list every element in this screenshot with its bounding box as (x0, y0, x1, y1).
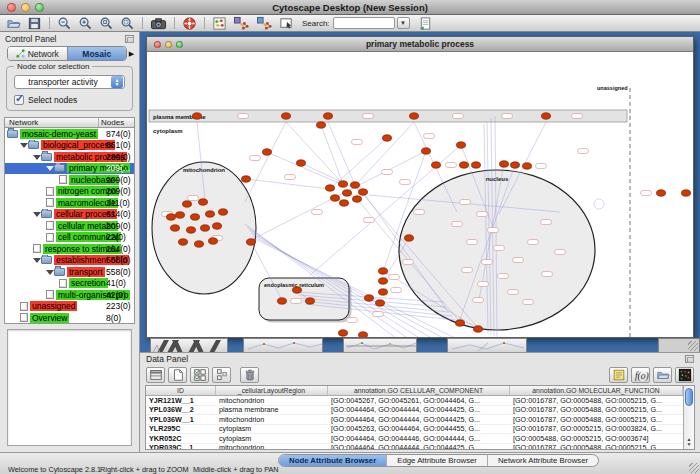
network-tree-item[interactable]: nitrogen compo209(0) (5, 186, 134, 198)
network-node[interactable] (500, 161, 509, 167)
network-node[interactable] (523, 163, 532, 169)
network-node[interactable] (359, 189, 368, 195)
background-window-fragment[interactable] (150, 338, 228, 352)
network-tree-item[interactable]: establishment of lo558(0) (5, 255, 134, 267)
tab-node-attribute-browser[interactable]: Node Attribute Browser (279, 455, 387, 466)
search-input[interactable] (333, 17, 395, 29)
network-node[interactable] (193, 113, 202, 119)
table-column-header[interactable]: annotation.GO CELLULAR_COMPONENT (328, 386, 510, 395)
table-row[interactable]: YPL036W__1mitochondrion[GO:0044464, GO:0… (146, 415, 683, 425)
formula-builder-button[interactable]: f(o) (631, 367, 650, 383)
network-node[interactable] (456, 320, 465, 326)
background-window-fragment[interactable] (343, 338, 417, 352)
network-node[interactable] (199, 199, 208, 205)
network-node[interactable] (542, 113, 551, 119)
network-node[interactable] (460, 162, 469, 168)
network-node[interactable] (474, 326, 483, 332)
matrix-view-button[interactable] (675, 367, 694, 383)
window-resize-grip-icon[interactable] (689, 463, 699, 473)
zoom-in-button[interactable] (75, 15, 96, 31)
expand-collapse-icon[interactable] (20, 141, 28, 149)
network-overview-button[interactable] (209, 15, 230, 31)
network-node[interactable] (472, 162, 481, 168)
network-node[interactable] (242, 176, 251, 182)
tree-column-network[interactable]: Network (5, 118, 98, 127)
network-tree-item[interactable]: response to stimulu264(0) (5, 243, 134, 255)
network-node[interactable] (278, 298, 287, 304)
create-attribute-button[interactable] (168, 367, 187, 383)
network-graph[interactable]: plasma membranecytoplasmmitochondrionnuc… (147, 52, 693, 337)
window-titlebar[interactable]: Cytoscape Desktop (New Session) (0, 0, 700, 15)
close-window-icon[interactable] (7, 3, 16, 12)
network-node[interactable] (657, 190, 666, 196)
table-scrollbar[interactable]: ▲▼ (683, 386, 694, 449)
table-column-header[interactable]: _cellularLayoutRegion (216, 386, 328, 395)
layout-selected-button[interactable] (253, 15, 276, 31)
save-session-button[interactable] (24, 15, 45, 31)
search-dropdown-arrow[interactable]: ▼ (397, 17, 410, 29)
network-node[interactable] (195, 241, 204, 247)
network-node[interactable] (343, 190, 352, 196)
network-node[interactable] (457, 142, 466, 148)
maximize-icon[interactable] (176, 41, 183, 48)
network-node[interactable] (167, 214, 176, 220)
network-tree-item[interactable]: unassigned223(0) (5, 301, 134, 313)
network-node[interactable] (432, 162, 441, 168)
network-node[interactable] (219, 209, 228, 215)
network-tree-item[interactable]: multi-organism pro42(0) (5, 289, 134, 301)
zoom-fit-button[interactable] (117, 15, 138, 31)
network-node[interactable] (405, 235, 414, 241)
background-window-fragment[interactable] (658, 338, 700, 352)
tree-column-nodes[interactable]: Nodes (98, 118, 134, 127)
network-node[interactable] (379, 289, 388, 295)
tab-edge-attribute-browser[interactable]: Edge Attribute Browser (387, 455, 488, 466)
network-node[interactable] (379, 278, 388, 284)
annotation-button[interactable] (276, 15, 297, 31)
network-node[interactable] (191, 214, 200, 220)
network-tree-item[interactable]: mosaic-demo-yeast874(0) (5, 128, 134, 140)
expand-collapse-icon[interactable] (46, 268, 54, 276)
network-node[interactable] (171, 225, 180, 231)
network-node[interactable] (282, 113, 291, 119)
network-node[interactable] (359, 332, 368, 337)
scrollbar-arrows[interactable]: ▲▼ (684, 437, 694, 447)
network-tree-item[interactable]: primary metabo209(... (5, 163, 134, 175)
network-node[interactable] (511, 162, 520, 168)
float-panel-icon[interactable] (685, 355, 694, 363)
network-node[interactable] (187, 227, 196, 233)
table-column-header[interactable]: ID (146, 386, 216, 395)
scrollbar-thumb[interactable] (685, 388, 693, 406)
network-node[interactable] (326, 185, 335, 191)
network-node[interactable] (351, 182, 360, 188)
select-all-attributes-button[interactable] (190, 367, 209, 383)
tab-network-attribute-browser[interactable]: Network Attribute Browser (488, 455, 598, 466)
minimize-icon[interactable] (165, 41, 172, 48)
help-button[interactable] (179, 15, 200, 31)
network-node[interactable] (331, 195, 340, 201)
network-node[interactable] (179, 239, 188, 245)
import-attribute-file-button[interactable] (653, 367, 672, 383)
table-row[interactable]: YPL036W__2plasma membrane[GO:0044464, GO… (146, 406, 683, 416)
network-view-window[interactable]: primary metabolic process plasma membran… (146, 36, 694, 338)
network-node[interactable] (306, 298, 315, 304)
minimize-window-icon[interactable] (21, 3, 30, 12)
network-node[interactable] (340, 200, 349, 206)
background-window-fragment[interactable] (447, 338, 527, 352)
network-node[interactable] (213, 223, 222, 229)
network-node[interactable] (297, 160, 306, 166)
tab-mosaic[interactable]: Mosaic (68, 47, 127, 60)
resize-grip-icon[interactable] (688, 341, 698, 351)
expand-collapse-icon[interactable] (33, 153, 41, 161)
network-node[interactable] (379, 268, 388, 274)
network-node[interactable] (376, 300, 385, 306)
network-canvas[interactable]: plasma membranecytoplasmmitochondrionnuc… (147, 52, 693, 337)
import-attributes-button[interactable] (415, 15, 436, 31)
tab-network[interactable]: Network (8, 47, 68, 60)
network-node[interactable] (682, 190, 691, 196)
table-row[interactable]: YDR039C__1mitochondrion[GO:0044464, GO:0… (146, 444, 683, 451)
select-nodes-checkbox[interactable] (14, 95, 24, 105)
network-tree-item[interactable]: cellular process614(0) (5, 209, 134, 221)
network-node[interactable] (183, 201, 192, 207)
close-icon[interactable] (154, 41, 161, 48)
network-tree-item[interactable]: biological_process651(0) (5, 140, 134, 152)
